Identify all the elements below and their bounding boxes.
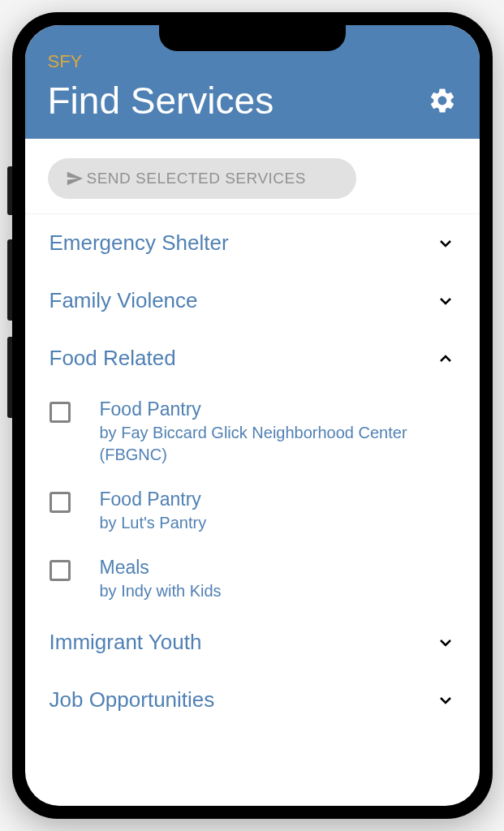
send-selected-button[interactable]: SEND SELECTED SERVICES <box>48 158 356 199</box>
service-title: Meals <box>100 557 222 579</box>
service-title: Food Pantry <box>100 489 207 510</box>
title-row: Find Services <box>48 79 457 123</box>
category-label: Food Related <box>50 346 176 371</box>
service-checkbox[interactable] <box>50 492 71 513</box>
service-text[interactable]: Food Pantry by Fay Biccard Glick Neighbo… <box>100 398 455 466</box>
category-label: Immigrant Youth <box>50 630 202 655</box>
page-title: Find Services <box>48 79 274 123</box>
chevron-down-icon <box>436 291 455 311</box>
screen: SFY Find Services SEND S <box>25 25 480 806</box>
category-label: Emergency Shelter <box>50 230 229 256</box>
side-button <box>7 337 12 418</box>
category-job-opportunities[interactable]: Job Opportunities <box>25 671 480 729</box>
chevron-up-icon <box>436 349 455 368</box>
service-checkbox[interactable] <box>50 560 71 581</box>
settings-icon[interactable] <box>428 86 457 115</box>
send-icon <box>66 170 84 187</box>
phone-frame: SFY Find Services SEND S <box>12 12 493 819</box>
category-food-related[interactable]: Food Related <box>25 329 480 387</box>
category-label: Job Opportunities <box>50 687 215 713</box>
service-provider: by Fay Biccard Glick Neighborhood Center… <box>100 422 455 466</box>
service-text[interactable]: Food Pantry by Lut's Pantry <box>100 489 207 534</box>
service-text[interactable]: Meals by Indy with Kids <box>100 557 222 602</box>
service-provider: by Indy with Kids <box>100 580 222 602</box>
service-title: Food Pantry <box>100 398 455 420</box>
service-item: Food Pantry by Lut's Pantry <box>25 477 480 545</box>
category-emergency-shelter[interactable]: Emergency Shelter <box>25 214 480 272</box>
category-label: Family Violence <box>50 288 198 313</box>
chevron-down-icon <box>436 691 455 710</box>
send-button-wrap: SEND SELECTED SERVICES <box>25 139 480 214</box>
chevron-down-icon <box>436 633 455 652</box>
notch <box>159 25 346 51</box>
service-item: Food Pantry by Fay Biccard Glick Neighbo… <box>25 387 480 477</box>
service-checkbox[interactable] <box>50 402 71 423</box>
content-area: SEND SELECTED SERVICES Emergency Shelter… <box>25 139 480 729</box>
brand-label: SFY <box>48 51 457 72</box>
category-family-violence[interactable]: Family Violence <box>25 272 480 329</box>
send-button-label: SEND SELECTED SERVICES <box>87 170 306 187</box>
service-item: Meals by Indy with Kids <box>25 545 480 614</box>
category-immigrant-youth[interactable]: Immigrant Youth <box>25 614 480 671</box>
service-provider: by Lut's Pantry <box>100 512 207 534</box>
chevron-down-icon <box>436 234 455 253</box>
